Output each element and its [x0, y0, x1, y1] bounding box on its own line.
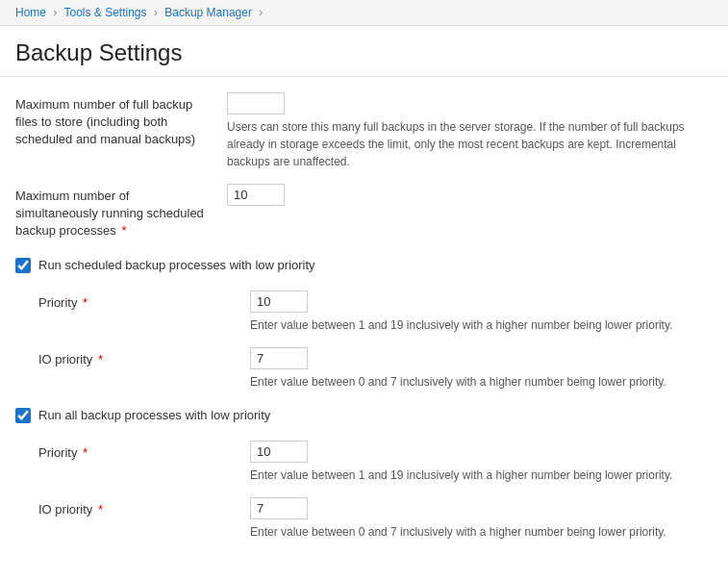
run-all-low-priority-checkbox[interactable]	[15, 408, 31, 423]
breadcrumb-sep-2: ›	[154, 6, 158, 19]
run-scheduled-low-priority-row: Run scheduled backup processes with low …	[15, 254, 713, 277]
all-io-priority-wrap: Enter value between 0 and 7 inclusively …	[250, 497, 713, 541]
all-sub-form: Priority * Enter value between 1 and 19 …	[15, 441, 713, 541]
scheduled-priority-label: Priority *	[38, 290, 250, 312]
run-scheduled-low-priority-checkbox[interactable]	[15, 258, 31, 273]
max-full-backups-input[interactable]	[227, 92, 285, 114]
all-priority-input[interactable]	[250, 441, 308, 463]
scheduled-io-priority-wrap: Enter value between 0 and 7 inclusively …	[250, 347, 713, 391]
max-scheduled-wrap	[227, 184, 713, 206]
scheduled-sub-form: Priority * Enter value between 1 and 19 …	[15, 290, 713, 391]
max-full-backups-wrap: Users can store this many full backups i…	[227, 92, 713, 170]
all-priority-help: Enter value between 1 and 19 inclusively…	[250, 467, 713, 484]
scheduled-io-priority-help: Enter value between 0 and 7 inclusively …	[250, 373, 713, 391]
breadcrumb-sep-3: ›	[259, 6, 263, 19]
max-scheduled-required: *	[118, 223, 127, 238]
all-io-priority-input[interactable]	[250, 497, 308, 519]
breadcrumb-tools[interactable]: Tools & Settings	[63, 6, 146, 19]
scheduled-io-priority-label: IO priority *	[38, 347, 250, 368]
all-io-priority-help: Enter value between 0 and 7 inclusively …	[250, 523, 713, 541]
max-scheduled-input[interactable]	[227, 184, 285, 206]
breadcrumb-sep-1: ›	[53, 6, 57, 19]
max-scheduled-row: Maximum number of simultaneously running…	[15, 184, 713, 240]
all-priority-label: Priority *	[38, 441, 250, 462]
page-header: Backup Settings	[0, 26, 728, 77]
max-full-backups-help: Users can store this many full backups i…	[227, 118, 698, 170]
max-full-backups-label: Maximum number of full backup files to s…	[15, 92, 227, 149]
all-priority-row: Priority * Enter value between 1 and 19 …	[38, 441, 713, 484]
run-all-low-priority-row: Run all backup processes with low priori…	[15, 404, 713, 427]
run-scheduled-low-priority-label[interactable]: Run scheduled backup processes with low …	[38, 258, 315, 272]
page-title: Backup Settings	[15, 39, 713, 66]
breadcrumb-home[interactable]: Home	[15, 6, 46, 19]
breadcrumb: Home › Tools & Settings › Backup Manager…	[0, 0, 728, 26]
scheduled-io-priority-input[interactable]	[250, 347, 308, 369]
scheduled-priority-input[interactable]	[250, 290, 308, 313]
max-full-backups-row: Maximum number of full backup files to s…	[15, 92, 713, 170]
run-all-low-priority-label[interactable]: Run all backup processes with low priori…	[38, 408, 270, 422]
all-io-priority-label: IO priority *	[38, 497, 250, 518]
max-scheduled-label: Maximum number of simultaneously running…	[15, 184, 227, 240]
content-area: Maximum number of full backup files to s…	[0, 77, 728, 569]
all-priority-wrap: Enter value between 1 and 19 inclusively…	[250, 441, 713, 484]
scheduled-priority-help: Enter value between 1 and 19 inclusively…	[250, 316, 713, 334]
breadcrumb-backup-manager[interactable]: Backup Manager	[164, 6, 252, 19]
scheduled-priority-wrap: Enter value between 1 and 19 inclusively…	[250, 290, 713, 334]
all-io-priority-row: IO priority * Enter value between 0 and …	[38, 497, 713, 541]
scheduled-io-priority-row: IO priority * Enter value between 0 and …	[38, 347, 713, 391]
scheduled-priority-row: Priority * Enter value between 1 and 19 …	[38, 290, 713, 334]
